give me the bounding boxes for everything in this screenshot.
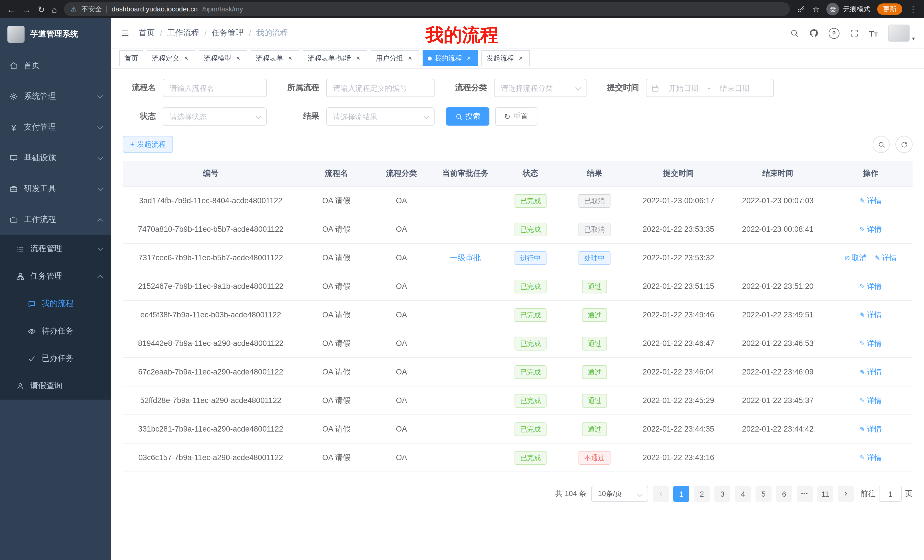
cell-submit-time: 2022-01-22 23:51:15 xyxy=(630,272,727,301)
sidebar-item-leave-query[interactable]: 请假查询 xyxy=(0,372,111,400)
show-search-button[interactable] xyxy=(873,136,890,153)
tab-my-process[interactable]: 我的流程× xyxy=(423,50,478,66)
sidebar-item-system[interactable]: 系统管理 xyxy=(0,81,111,112)
owner-process-input[interactable] xyxy=(326,79,435,97)
filter-row-2: 状态 结果 搜 xyxy=(123,107,913,126)
refresh-button[interactable] xyxy=(896,136,913,153)
sidebar-item-payment[interactable]: ¥ 支付管理 xyxy=(0,112,111,143)
reset-button[interactable]: ↻ 重置 xyxy=(495,107,537,126)
cell-end-time: 2022-01-23 00:07:03 xyxy=(727,186,829,215)
detail-link[interactable]: ✎详情 xyxy=(860,196,882,206)
detail-link[interactable]: ✎详情 xyxy=(860,281,882,291)
page-button-1[interactable]: 1 xyxy=(673,486,689,502)
sidebar-item-todo-task[interactable]: 待办任务 xyxy=(0,317,111,345)
result-select[interactable] xyxy=(326,107,435,126)
detail-link[interactable]: ✎详情 xyxy=(860,338,882,349)
cell-end-time: 2022-01-22 23:51:20 xyxy=(727,272,829,301)
detail-link[interactable]: ✎详情 xyxy=(874,253,897,263)
detail-link[interactable]: ✎详情 xyxy=(860,310,882,320)
close-icon[interactable]: × xyxy=(234,54,242,62)
search-icon[interactable] xyxy=(789,28,799,38)
sidebar-item-home[interactable]: 首页 xyxy=(0,50,111,81)
category-select[interactable] xyxy=(494,79,586,97)
bookmark-star-icon[interactable]: ☆ xyxy=(812,5,819,13)
breadcrumb-task-mgmt[interactable]: 任务管理 xyxy=(212,28,244,38)
navbar-actions: ? TT ▾ xyxy=(789,24,915,42)
address-bar[interactable]: ⚠ 不安全 dashboard.yudao.iocoder.cn/bpm/tas… xyxy=(64,2,790,16)
help-icon[interactable]: ? xyxy=(828,28,839,39)
tab-home[interactable]: 首页 xyxy=(119,50,143,66)
forward-icon[interactable]: → xyxy=(22,5,31,13)
sidebar-item-my-process[interactable]: 我的流程 xyxy=(0,290,111,317)
total-count: 共 104 条 xyxy=(555,489,586,499)
cell-category: OA xyxy=(374,186,429,215)
tab-process-definition[interactable]: 流程定义× xyxy=(147,50,195,66)
close-icon[interactable]: × xyxy=(517,54,525,62)
caret-down-icon: ▾ xyxy=(912,35,915,42)
detail-link[interactable]: ✎详情 xyxy=(860,224,882,234)
page-button-4[interactable]: 4 xyxy=(735,486,751,502)
org-tree-icon xyxy=(16,272,24,281)
sidebar-item-workflow[interactable]: 工作流程 xyxy=(0,204,111,235)
github-icon[interactable] xyxy=(809,28,818,38)
goto-page-input[interactable] xyxy=(879,486,902,502)
app-logo: 芋道管理系统 xyxy=(0,18,111,50)
start-date-input[interactable] xyxy=(661,83,706,93)
back-icon[interactable]: ← xyxy=(7,5,15,13)
more-pages-icon[interactable]: ••• xyxy=(796,486,813,502)
page-button-11[interactable]: 11 xyxy=(817,486,833,502)
status-select[interactable] xyxy=(163,107,267,126)
home-icon[interactable]: ⌂ xyxy=(52,5,57,13)
tab-process-form-edit[interactable]: 流程表单-编辑× xyxy=(303,50,367,66)
page-size-select[interactable] xyxy=(591,486,648,502)
detail-link[interactable]: ✎详情 xyxy=(860,395,882,406)
detail-link[interactable]: ✎详情 xyxy=(860,424,882,434)
sidebar-item-infra[interactable]: 基础设施 xyxy=(0,143,111,174)
close-icon[interactable]: × xyxy=(182,54,190,62)
current-task-link[interactable]: 一级审批 xyxy=(450,253,481,262)
close-icon[interactable]: × xyxy=(286,54,294,62)
close-icon[interactable]: × xyxy=(465,54,473,62)
tab-process-model[interactable]: 流程模型× xyxy=(199,50,247,66)
breadcrumb-home[interactable]: 首页 xyxy=(139,28,155,38)
sidebar-item-devtools[interactable]: 研发工具 xyxy=(0,174,111,204)
tab-start-process[interactable]: 发起流程× xyxy=(482,50,530,66)
page-button-6[interactable]: 6 xyxy=(776,486,792,502)
hamburger-icon[interactable] xyxy=(120,28,130,38)
cell-end-time xyxy=(727,244,829,272)
sidebar-item-process-mgmt[interactable]: 流程管理 xyxy=(0,235,111,263)
next-page-button[interactable]: › xyxy=(838,486,854,502)
tab-user-group[interactable]: 用户分组× xyxy=(370,50,419,66)
search-button[interactable]: 搜索 xyxy=(446,107,489,126)
cell-task xyxy=(429,186,502,215)
detail-link[interactable]: ✎详情 xyxy=(860,452,882,463)
user-menu[interactable]: ▾ xyxy=(888,24,915,42)
col-id: 编号 xyxy=(123,161,298,186)
sidebar-item-done-task[interactable]: 已办任务 xyxy=(0,345,111,372)
close-icon[interactable]: × xyxy=(406,54,414,62)
table-row: 7317cec6-7b9b-11ec-b5b7-acde48001122 OA … xyxy=(123,244,913,272)
key-icon[interactable] xyxy=(797,5,806,13)
sidebar-item-task-mgmt[interactable]: 任务管理 xyxy=(0,263,111,290)
breadcrumb-workflow[interactable]: 工作流程 xyxy=(167,28,199,38)
tab-process-form[interactable]: 流程表单× xyxy=(251,50,299,66)
fullscreen-icon[interactable] xyxy=(849,28,859,38)
page-button-3[interactable]: 3 xyxy=(714,486,730,502)
prev-page-button[interactable]: ‹ xyxy=(653,486,669,502)
cancel-link[interactable]: ⊘取消 xyxy=(844,253,867,263)
process-name-input[interactable] xyxy=(163,79,267,97)
update-button[interactable]: 更新 xyxy=(877,3,902,15)
yen-icon: ¥ xyxy=(9,123,18,132)
reload-icon[interactable]: ↻ xyxy=(38,5,45,13)
font-size-icon[interactable]: TT xyxy=(869,28,878,38)
close-icon[interactable]: × xyxy=(354,54,362,62)
cell-category: OA xyxy=(374,415,429,443)
page-button-2[interactable]: 2 xyxy=(694,486,710,502)
date-range-picker[interactable]: - xyxy=(646,79,774,97)
status-tag: 已完成 xyxy=(514,222,546,236)
browser-menu-icon[interactable]: ⋮ xyxy=(909,5,917,13)
detail-link[interactable]: ✎详情 xyxy=(860,367,882,377)
create-process-button[interactable]: + 发起流程 xyxy=(123,136,173,153)
end-date-input[interactable] xyxy=(712,83,758,93)
page-button-5[interactable]: 5 xyxy=(756,486,771,502)
